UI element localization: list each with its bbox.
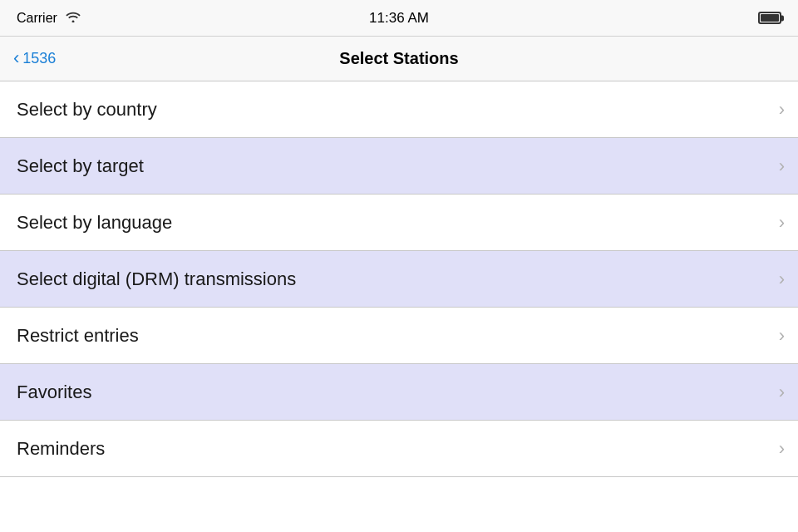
chevron-right-icon: ›: [779, 99, 785, 121]
list-item-label-select-by-target: Select by target: [17, 155, 144, 177]
chevron-right-icon: ›: [779, 438, 785, 460]
list-item-select-digital-drm[interactable]: Select digital (DRM) transmissions›: [0, 251, 798, 308]
station-list: Select by country›Select by target›Selec…: [0, 81, 798, 477]
chevron-right-icon: ›: [779, 212, 785, 234]
status-left: Carrier: [17, 11, 81, 26]
chevron-right-icon: ›: [779, 268, 785, 290]
list-item-label-reminders: Reminders: [17, 438, 105, 460]
back-button[interactable]: ‹ 1536: [13, 50, 56, 67]
status-right: [758, 12, 781, 24]
list-item-label-select-by-country: Select by country: [17, 99, 157, 121]
list-item-select-by-target[interactable]: Select by target›: [0, 138, 798, 195]
list-item-label-restrict-entries: Restrict entries: [17, 325, 139, 347]
list-item-favorites[interactable]: Favorites›: [0, 364, 798, 421]
chevron-right-icon: ›: [779, 325, 785, 347]
status-bar: Carrier 11:36 AM: [0, 0, 798, 37]
back-chevron-icon: ‹: [13, 49, 19, 67]
back-label: 1536: [22, 50, 56, 67]
list-item-label-select-digital-drm: Select digital (DRM) transmissions: [17, 268, 296, 290]
nav-bar: ‹ 1536 Select Stations: [0, 37, 798, 81]
battery-icon: [758, 12, 781, 24]
chevron-right-icon: ›: [779, 155, 785, 177]
chevron-right-icon: ›: [779, 382, 785, 403]
list-item-reminders[interactable]: Reminders›: [0, 421, 798, 477]
list-item-label-favorites: Favorites: [17, 382, 91, 403]
carrier-label: Carrier: [17, 11, 57, 26]
list-item-select-by-country[interactable]: Select by country›: [0, 81, 798, 138]
list-item-label-select-by-language: Select by language: [17, 212, 172, 234]
list-item-restrict-entries[interactable]: Restrict entries›: [0, 308, 798, 364]
list-item-select-by-language[interactable]: Select by language›: [0, 195, 798, 251]
wifi-icon: [66, 11, 81, 26]
nav-title: Select Stations: [339, 49, 458, 68]
status-time: 11:36 AM: [369, 10, 429, 27]
